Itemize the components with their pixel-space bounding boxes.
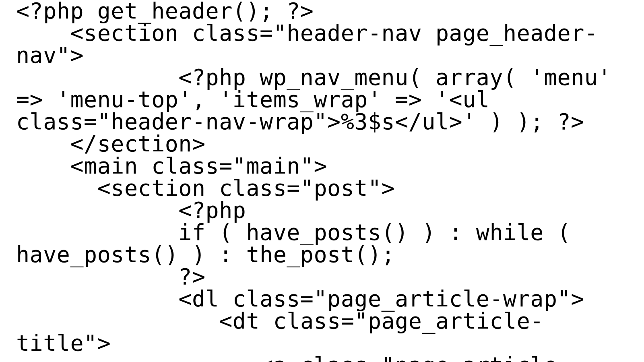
- code-line: <?php wp_nav_menu( array( 'menu' => 'men…: [16, 64, 625, 134]
- code-line: if ( have_posts() ) : while ( have_posts…: [16, 219, 584, 267]
- code-line: <dt class="page_article-title">: [16, 308, 544, 356]
- code-line: <a class="page_article-: [16, 352, 571, 362]
- code-line: <section class="header-nav page_header-n…: [16, 20, 598, 68]
- code-block: <?php get_header(); ?> <section class="h…: [0, 0, 644, 362]
